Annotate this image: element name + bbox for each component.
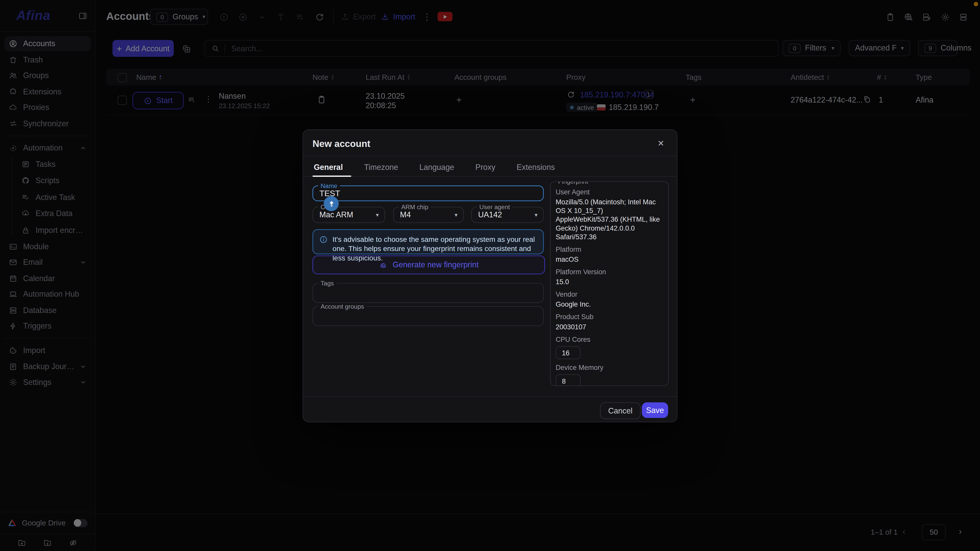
info-icon — [319, 235, 328, 244]
caret-down-icon: ▾ — [535, 212, 538, 218]
save-button[interactable]: Save — [642, 402, 668, 418]
tags-field[interactable]: Tags — [312, 283, 544, 303]
os-select[interactable]: OS Mac ARM ▾ — [312, 207, 385, 223]
name-field[interactable]: Name — [312, 186, 544, 201]
fingerprint-icon — [379, 260, 388, 269]
caret-down-icon: ▾ — [455, 212, 458, 218]
fp-product-sub-value: 20030107 — [555, 322, 663, 331]
fp-product-sub-label: Product Sub — [555, 313, 663, 321]
fp-platform-version-label: Platform Version — [555, 268, 663, 275]
new-account-modal: New account ✕ General Timezone Language … — [302, 129, 677, 422]
tab-timezone[interactable]: Timezone — [363, 163, 399, 171]
fp-platform-version-value: 15.0 — [555, 277, 663, 286]
caret-down-icon: ▾ — [376, 212, 379, 218]
divider — [303, 396, 677, 397]
alert-text: It's advisable to choose the same operat… — [332, 235, 537, 249]
cancel-button[interactable]: Cancel — [600, 402, 641, 419]
cpu-cores-input[interactable]: 16 — [555, 346, 581, 359]
fp-user-agent-value: Mozilla/5.0 (Macintosh; Intel Mac OS X 1… — [555, 197, 663, 241]
user-agent-select[interactable]: User agent UA142 ▾ — [471, 207, 544, 223]
name-input[interactable] — [313, 186, 543, 200]
device-memory-input[interactable]: 8 — [555, 374, 581, 386]
modal-overlay[interactable]: New account ✕ General Timezone Language … — [0, 0, 980, 551]
fp-cpu-cores-label: CPU Cores — [555, 335, 663, 343]
modal-title: New account — [312, 138, 370, 149]
fp-vendor-value: Google Inc. — [555, 300, 663, 309]
fp-user-agent-label: User Agent — [555, 188, 663, 195]
tags-input[interactable] — [313, 284, 543, 302]
user-agent-value: UA142 — [478, 210, 502, 219]
fp-platform-label: Platform — [555, 245, 663, 253]
divider — [303, 156, 677, 156]
fp-platform-value: macOS — [555, 255, 663, 264]
arm-chip-value: M4 — [400, 210, 411, 219]
tab-proxy[interactable]: Proxy — [474, 163, 496, 171]
fingerprint-panel: Fingerprint User Agent Mozilla/5.0 (Maci… — [550, 181, 669, 386]
generate-fingerprint-button[interactable]: Generate new fingerprint — [312, 256, 545, 274]
account-groups-field[interactable]: Account groups — [312, 306, 544, 326]
arm-chip-select[interactable]: ARM chip M4 ▾ — [393, 207, 464, 223]
os-value: Mac ARM — [319, 210, 353, 219]
tab-general[interactable]: General — [312, 163, 344, 171]
divider — [303, 176, 677, 177]
fp-device-memory-label: Device Memory — [555, 364, 663, 371]
close-icon[interactable]: ✕ — [657, 139, 664, 148]
modal-tabs: General Timezone Language Proxy Extensio… — [312, 159, 556, 176]
tab-extensions[interactable]: Extensions — [515, 163, 556, 171]
caps-lock-icon — [327, 199, 336, 208]
fp-vendor-label: Vendor — [555, 291, 663, 298]
tab-language[interactable]: Language — [418, 163, 455, 171]
caps-lock-indicator — [324, 196, 339, 211]
app-window: Afina Accounts Trash Groups Extensions — [0, 0, 980, 551]
os-advice-alert: It's advisable to choose the same operat… — [312, 229, 544, 254]
active-tab-underline — [312, 175, 351, 176]
